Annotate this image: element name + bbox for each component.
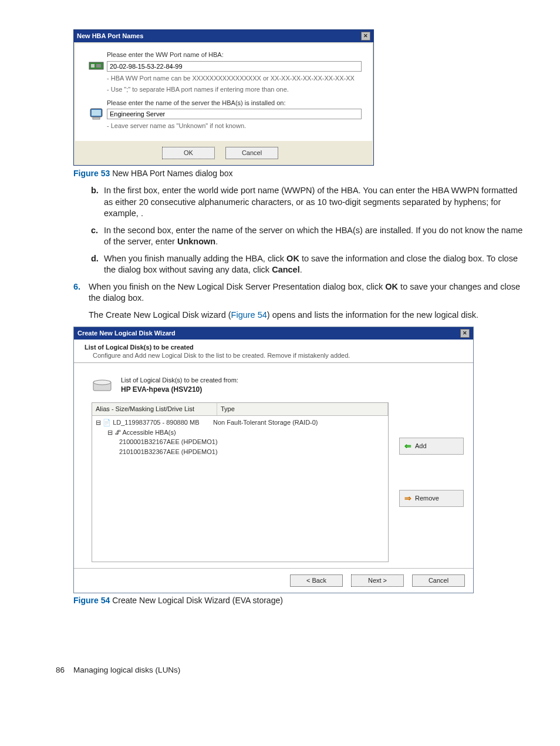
col-type: Type: [217, 403, 388, 415]
svg-point-7: [93, 380, 111, 385]
step-c: In the second box, enter the name of the…: [91, 225, 525, 248]
figure-label: Figure 54: [73, 596, 110, 605]
hba-card-icon: [86, 51, 107, 94]
figure-54-caption: Figure 54 Create New Logical Disk Wizard…: [73, 595, 525, 606]
dialog-body: Please enter the WW Port name of HBA: - …: [75, 43, 372, 141]
page-footer: 86 Managing logical disks (LUNs): [56, 665, 525, 676]
figure-label: Figure 53: [73, 169, 110, 178]
dialog-title: New HBA Port Names: [77, 32, 143, 41]
close-icon[interactable]: ✕: [460, 329, 470, 338]
disk-icon: [92, 377, 113, 394]
close-icon[interactable]: ✕: [361, 32, 370, 41]
step-d: When you finish manually adding the HBA,…: [91, 253, 525, 276]
table-row[interactable]: 2100001B32167AEE (HPDEMO1): [96, 437, 384, 447]
wizard-opens-paragraph: The Create New Logical Disk wizard (Figu…: [89, 310, 525, 321]
table-row[interactable]: ⊟ 🖇 Accessible HBA(s): [96, 428, 384, 438]
ww-port-hint-2: - Use ";" to separate HBA port names if …: [107, 85, 362, 94]
arrow-left-icon: ⇐: [404, 441, 411, 452]
remove-button[interactable]: ⇒ Remove: [399, 490, 464, 507]
wizard-title: Create New Logical Disk Wizard: [77, 329, 176, 338]
col-alias: Alias - Size/Masking List/Drive List: [92, 403, 217, 415]
ww-port-hint-1: - HBA WW Port name can be XXXXXXXXXXXXXX…: [107, 74, 362, 83]
server-icon: [86, 99, 107, 131]
table-row[interactable]: ⊟ 📄 LD_1199837705 - 890880 MB Non Fault-…: [96, 418, 384, 428]
ok-button[interactable]: OK: [162, 147, 215, 159]
ww-port-input[interactable]: [107, 61, 362, 72]
list-from-label: List of Logical Disk(s) to be created fr…: [121, 376, 238, 385]
back-button[interactable]: < Back: [290, 574, 343, 587]
cancel-button[interactable]: Cancel: [225, 147, 278, 159]
svg-rect-4: [92, 110, 101, 116]
server-name-input[interactable]: [107, 109, 362, 119]
create-logical-disk-wizard: Create New Logical Disk Wizard ✕ List of…: [73, 327, 474, 594]
arrow-right-icon: ⇒: [404, 493, 411, 504]
dialog-titlebar: New HBA Port Names ✕: [74, 30, 373, 42]
figure-53-caption: Figure 53 New HBA Port Names dialog box: [73, 168, 525, 179]
cancel-button[interactable]: Cancel: [412, 574, 465, 587]
wizard-header: List of Logical Disk(s) to be created Co…: [74, 340, 473, 364]
table-row[interactable]: 2101001B32367AEE (HPDEMO1): [96, 447, 384, 457]
step-6: When you finish on the New Logical Disk …: [73, 281, 525, 304]
svg-rect-2: [96, 64, 101, 68]
svg-rect-5: [93, 117, 100, 119]
storage-system-name: HP EVA-hpeva (HSV210): [121, 385, 238, 394]
svg-rect-1: [91, 64, 95, 68]
server-name-hint: - Leave server name as "Unknown" if not …: [107, 122, 362, 130]
add-button[interactable]: ⇐ Add: [399, 438, 464, 455]
ww-port-label: Please enter the WW Port name of HBA:: [107, 51, 362, 59]
next-button[interactable]: Next >: [351, 574, 404, 587]
step-b: In the first box, enter the world wide p…: [91, 185, 525, 220]
server-name-label: Please enter the name of the server the …: [107, 99, 362, 107]
wizard-titlebar: Create New Logical Disk Wizard ✕: [74, 327, 473, 340]
new-hba-dialog: New HBA Port Names ✕ Please enter the WW…: [73, 29, 374, 166]
logical-disk-table[interactable]: Alias - Size/Masking List/Drive List Typ…: [92, 402, 389, 562]
figure-54-link[interactable]: Figure 54: [231, 310, 267, 320]
